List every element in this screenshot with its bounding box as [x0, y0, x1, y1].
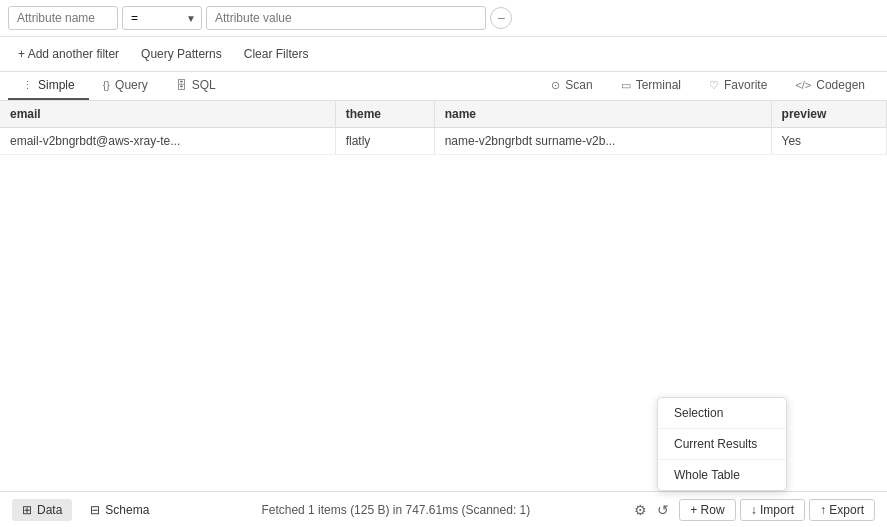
data-tab-label: Data [37, 503, 62, 517]
add-filter-button[interactable]: Add another filter [8, 43, 129, 65]
tab-terminal[interactable]: ▭ Terminal [607, 72, 695, 100]
query-icon: {} [103, 79, 110, 91]
tab-codegen-label: Codegen [816, 78, 865, 92]
query-patterns-button[interactable]: Query Patterns [131, 43, 232, 65]
filter-row: = != < > <= >= ▼ − [0, 0, 887, 37]
status-icons: ⚙ ↺ [632, 500, 671, 520]
cell-preview: Yes [771, 128, 886, 155]
export-button[interactable]: ↑ Export [809, 499, 875, 521]
col-email: email [0, 101, 335, 128]
tab-scan[interactable]: ⊙ Scan [537, 72, 606, 100]
settings-icon-button[interactable]: ⚙ [632, 500, 649, 520]
tab-favorite[interactable]: ♡ Favorite [695, 72, 781, 100]
main-content: = != < > <= >= ▼ − Add another filter Qu… [0, 0, 887, 527]
heart-icon: ♡ [709, 79, 719, 92]
tab-scan-label: Scan [565, 78, 592, 92]
table-header-row: email theme name preview [0, 101, 887, 128]
minus-icon: − [497, 11, 505, 25]
dropdown-item-current-results[interactable]: Current Results [658, 429, 786, 460]
data-tab-icon: ⊞ [22, 503, 32, 517]
codegen-icon: </> [795, 79, 811, 91]
terminal-icon: ▭ [621, 79, 631, 92]
data-tab[interactable]: ⊞ Data [12, 499, 72, 521]
operator-select-wrapper: = != < > <= >= ▼ [122, 6, 202, 30]
import-button[interactable]: ↓ Import [740, 499, 805, 521]
tab-query-label: Query [115, 78, 148, 92]
refresh-icon-button[interactable]: ↺ [655, 500, 671, 520]
tab-simple-label: Simple [38, 78, 75, 92]
tab-row: ⋮ Simple {} Query 🗄 SQL ⊙ Scan ▭ Termina… [0, 72, 887, 101]
schema-tab-label: Schema [105, 503, 149, 517]
add-row-button[interactable]: + Row [679, 499, 735, 521]
clear-filters-button[interactable]: Clear Filters [234, 43, 319, 65]
tab-codegen[interactable]: </> Codegen [781, 72, 879, 100]
data-table: email theme name preview email-v2bngrbdt… [0, 101, 887, 155]
col-theme: theme [335, 101, 434, 128]
schema-tab[interactable]: ⊟ Schema [80, 499, 159, 521]
status-actions: + Row ↓ Import ↑ Export [679, 499, 875, 521]
tab-favorite-label: Favorite [724, 78, 767, 92]
tab-simple[interactable]: ⋮ Simple [8, 72, 89, 100]
attribute-value-input[interactable] [206, 6, 486, 30]
status-text: Fetched 1 items (125 B) in 747.61ms (Sca… [167, 503, 624, 517]
tab-terminal-label: Terminal [636, 78, 681, 92]
dropdown-item-whole-table[interactable]: Whole Table [658, 460, 786, 490]
col-name: name [434, 101, 771, 128]
tab-sql[interactable]: 🗄 SQL [162, 72, 230, 100]
action-row: Add another filter Query Patterns Clear … [0, 37, 887, 72]
tab-query[interactable]: {} Query [89, 72, 162, 100]
dropdown-item-selection[interactable]: Selection [658, 398, 786, 429]
table-row[interactable]: email-v2bngrbdt@aws-xray-te... flatly na… [0, 128, 887, 155]
attribute-name-input[interactable] [8, 6, 118, 30]
scan-icon: ⊙ [551, 79, 560, 92]
operator-select[interactable]: = != < > <= >= [122, 6, 202, 30]
cell-email: email-v2bngrbdt@aws-xray-te... [0, 128, 335, 155]
schema-tab-icon: ⊟ [90, 503, 100, 517]
status-bar: ⊞ Data ⊟ Schema Fetched 1 items (125 B) … [0, 491, 887, 527]
col-preview: preview [771, 101, 886, 128]
sql-icon: 🗄 [176, 79, 187, 91]
remove-filter-button[interactable]: − [490, 7, 512, 29]
cell-theme: flatly [335, 128, 434, 155]
tab-right-group: ⊙ Scan ▭ Terminal ♡ Favorite </> Codegen [537, 72, 879, 100]
cell-name: name-v2bngrbdt surname-v2b... [434, 128, 771, 155]
tab-sql-label: SQL [192, 78, 216, 92]
simple-icon: ⋮ [22, 79, 33, 92]
export-dropdown-menu: Selection Current Results Whole Table [657, 397, 787, 491]
